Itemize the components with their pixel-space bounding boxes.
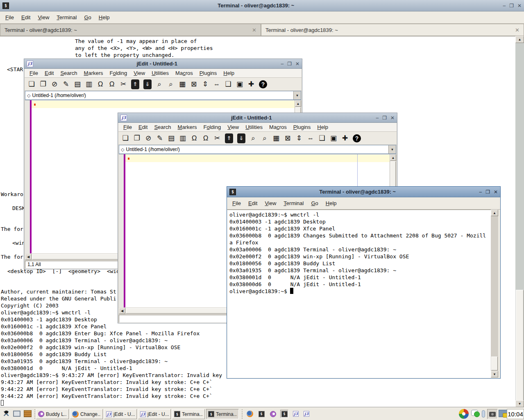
terminal-titlebar[interactable]: $ Terminal - oliver@agdc1839: ~ – ❐ ✕ bbox=[227, 187, 500, 197]
terminal-tray-icon-pressed[interactable]: $ bbox=[280, 410, 288, 418]
close-icon[interactable]: ✕ bbox=[517, 3, 522, 9]
edit-buffer-icon[interactable]: ✎ bbox=[154, 133, 165, 144]
menu-macros[interactable]: Macros bbox=[172, 69, 196, 78]
open-file-icon[interactable]: ❐ bbox=[132, 133, 142, 144]
print-icon[interactable]: ▤ bbox=[166, 133, 177, 144]
lock-screen-icon[interactable] bbox=[499, 410, 507, 417]
scroll-up-icon[interactable]: ▲ bbox=[295, 100, 301, 107]
terminal-tab-1[interactable]: Terminal - oliver@agdc1839: ~ ✕ bbox=[0, 24, 261, 36]
taskbar-button-jedit-1[interactable]: j3 jEdit - U... bbox=[104, 409, 137, 419]
split-horizontal-icon[interactable]: ⇕ bbox=[294, 133, 304, 144]
terminal-tab-2[interactable]: Terminal - oliver@agdc1839: ~ ✕ bbox=[261, 24, 524, 36]
edit-buffer-icon[interactable]: ✎ bbox=[61, 79, 71, 90]
split-vertical-icon[interactable]: ⇔ bbox=[305, 133, 316, 144]
page-setup-icon[interactable]: ▥ bbox=[84, 79, 94, 90]
menu-go[interactable]: Go bbox=[80, 11, 95, 24]
scroll-left-icon[interactable]: ◀ bbox=[119, 308, 125, 314]
drawer-icon[interactable] bbox=[24, 410, 32, 417]
menu-search[interactable]: Search bbox=[151, 123, 174, 132]
split-horizontal-icon[interactable]: ⇕ bbox=[200, 79, 211, 90]
minimize-icon[interactable]: – bbox=[479, 189, 482, 195]
buffer-options-icon[interactable]: ❑ bbox=[317, 133, 327, 144]
new-file-icon[interactable]: ❏ bbox=[120, 133, 131, 144]
screenshot-icon[interactable] bbox=[487, 409, 498, 419]
terminal-titlebar[interactable]: $ Terminal - oliver@agdc1839: ~ – ❐ ✕ bbox=[0, 0, 524, 11]
menu-help[interactable]: Help bbox=[322, 197, 340, 210]
find-next-icon[interactable]: ⌕ bbox=[166, 79, 176, 90]
menu-edit[interactable]: Edit bbox=[41, 69, 57, 78]
open-file-icon[interactable]: ❐ bbox=[38, 79, 48, 90]
menu-plugins[interactable]: Plugins bbox=[196, 69, 220, 78]
menu-view[interactable]: View bbox=[34, 11, 53, 24]
maximize-icon[interactable]: ❐ bbox=[382, 115, 387, 121]
scroll-down-icon[interactable]: ▼ bbox=[491, 371, 498, 377]
menu-edit[interactable]: Edit bbox=[245, 197, 261, 210]
scroll-left-icon[interactable]: ◀ bbox=[25, 254, 32, 260]
close-icon[interactable]: ✕ bbox=[295, 61, 299, 67]
xfce-menu-icon[interactable]: ✕ bbox=[1, 409, 11, 419]
help-icon[interactable]: ? bbox=[259, 80, 267, 88]
paste-previous-icon[interactable]: ⇑ bbox=[225, 133, 233, 143]
buffer-dropdown-icon[interactable]: ▼ bbox=[293, 91, 301, 99]
taskbar-button-firefox[interactable]: Change... bbox=[70, 409, 103, 419]
undo-icon[interactable]: Ω bbox=[95, 79, 106, 90]
menu-markers[interactable]: Markers bbox=[81, 69, 107, 78]
terminal-scrollbar[interactable]: ▲ ▼ bbox=[491, 210, 498, 377]
firefox-tray-icon[interactable] bbox=[246, 410, 254, 418]
redo-icon[interactable]: Ω bbox=[200, 133, 211, 144]
tab-close-icon[interactable]: ✕ bbox=[249, 27, 256, 33]
find-icon[interactable]: ⌕ bbox=[154, 79, 165, 90]
taskbar-button-buddy-list[interactable]: Buddy L... bbox=[36, 409, 69, 419]
menu-macros[interactable]: Macros bbox=[266, 123, 290, 132]
split-vertical-icon[interactable]: ⇔ bbox=[211, 79, 222, 90]
paste-previous-icon[interactable]: ⇑ bbox=[131, 79, 139, 89]
menu-help[interactable]: Help bbox=[314, 123, 331, 132]
menu-plugins[interactable]: Plugins bbox=[290, 123, 314, 132]
menu-search[interactable]: Search bbox=[57, 69, 80, 78]
menu-view[interactable]: View bbox=[261, 197, 280, 210]
scroll-up-icon[interactable]: ▲ bbox=[390, 154, 396, 161]
jedit-tray-icon-2[interactable]: j3 bbox=[302, 410, 311, 418]
menu-edit[interactable]: Edit bbox=[18, 11, 34, 24]
terminal-viewport[interactable]: oliver@agdc1839:~$ wmctrl -l 0x01400003 … bbox=[227, 210, 491, 378]
buffer-selector[interactable]: ◇ Untitled-1 (/home/oliver/) ▼ bbox=[119, 145, 396, 154]
minimize-icon[interactable]: – bbox=[376, 115, 379, 121]
menu-terminal[interactable]: Terminal bbox=[280, 197, 307, 210]
close-buffer-icon[interactable]: ⊘ bbox=[49, 79, 60, 90]
close-icon[interactable]: ✕ bbox=[390, 115, 395, 121]
unsplit-icon[interactable]: ⊠ bbox=[282, 133, 293, 144]
paste-next-icon[interactable]: ⇓ bbox=[237, 133, 245, 143]
menu-file[interactable]: File bbox=[26, 69, 41, 78]
menu-folding[interactable]: Folding bbox=[200, 123, 225, 132]
page-setup-icon[interactable]: ▥ bbox=[177, 133, 188, 144]
menu-view[interactable]: View bbox=[130, 69, 148, 78]
pager-icon[interactable] bbox=[482, 410, 485, 418]
menu-go[interactable]: Go bbox=[307, 197, 322, 210]
help-icon[interactable]: ? bbox=[353, 134, 361, 142]
global-options-icon[interactable]: ▣ bbox=[234, 79, 245, 90]
close-buffer-icon[interactable]: ⊘ bbox=[143, 133, 154, 144]
cut-icon[interactable]: ✂ bbox=[212, 133, 222, 144]
jedit-tray-icon[interactable]: j3 bbox=[292, 410, 300, 418]
buffer-dropdown-icon[interactable]: ▼ bbox=[388, 145, 396, 154]
minimize-icon[interactable]: – bbox=[503, 3, 506, 9]
maximize-icon[interactable]: ❐ bbox=[287, 61, 292, 67]
taskbar-button-terminal-2[interactable]: $ Termina... bbox=[206, 409, 239, 419]
menu-help[interactable]: Help bbox=[95, 11, 113, 24]
menu-edit[interactable]: Edit bbox=[135, 123, 151, 132]
new-file-icon[interactable]: ❏ bbox=[26, 79, 37, 90]
menu-markers[interactable]: Markers bbox=[175, 123, 200, 132]
paste-next-icon[interactable]: ⇓ bbox=[143, 79, 152, 89]
menu-file[interactable]: File bbox=[120, 123, 135, 132]
menu-file[interactable]: File bbox=[2, 11, 18, 24]
pidgin-tray-icon[interactable] bbox=[269, 410, 277, 418]
scrollbar-thumb[interactable] bbox=[491, 357, 498, 370]
find-next-icon[interactable]: ⌕ bbox=[259, 133, 270, 144]
cut-icon[interactable]: ✂ bbox=[118, 79, 129, 90]
menu-view[interactable]: View bbox=[224, 123, 242, 132]
menu-utilities[interactable]: Utilities bbox=[242, 123, 266, 132]
scroll-down-icon[interactable]: ▼ bbox=[515, 400, 524, 407]
menu-help[interactable]: Help bbox=[220, 69, 238, 78]
menu-file[interactable]: File bbox=[229, 197, 245, 210]
close-icon[interactable]: ✕ bbox=[494, 189, 498, 195]
